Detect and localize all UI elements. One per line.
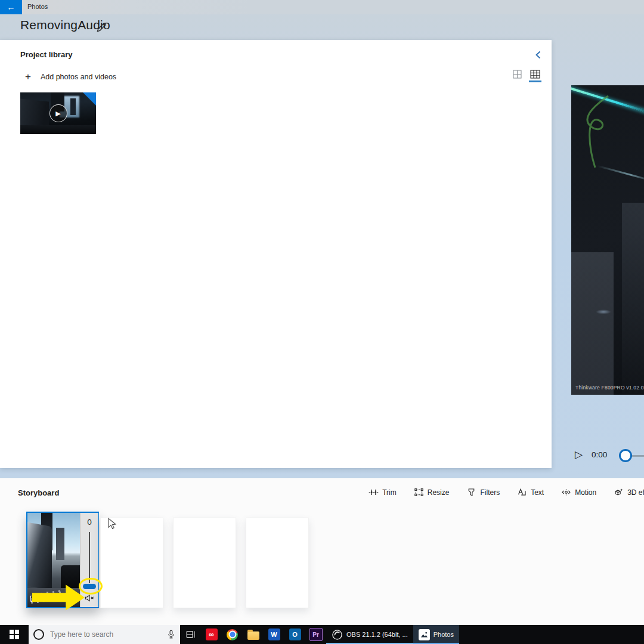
project-library-heading: Project library (20, 50, 72, 59)
trim-label: Trim (382, 488, 397, 497)
muted-speaker-button[interactable] (85, 594, 94, 602)
taskbar-search[interactable] (29, 625, 180, 644)
adobe-cc-icon: ∞ (206, 628, 218, 640)
folder-icon (247, 631, 259, 640)
word-icon: W (268, 628, 280, 640)
project-header: RemovingAudio (0, 14, 644, 40)
motion-button[interactable]: Motion (560, 486, 597, 499)
chevron-left-icon (533, 49, 547, 60)
preview-pillar (622, 203, 644, 395)
search-input[interactable] (49, 630, 162, 639)
word-button[interactable]: W (264, 625, 284, 644)
task-view-icon (185, 629, 196, 640)
preview-controls: ▷ 0:00 (571, 446, 644, 466)
threed-effects-button[interactable]: 3D eff (612, 486, 644, 499)
premiere-icon: Pr (309, 628, 323, 641)
obs-icon (332, 629, 343, 640)
preview-dashboard (571, 252, 614, 395)
volume-slider-track[interactable] (89, 532, 90, 583)
resize-label: Resize (428, 488, 450, 497)
storyboard-toolbar: Trim Resize (367, 486, 644, 499)
start-button[interactable] (0, 625, 29, 644)
microphone-icon[interactable] (167, 630, 175, 639)
titlebar: ← Photos (0, 0, 644, 14)
add-photos-videos-button[interactable]: + Add photos and videos (23, 70, 119, 84)
cortana-icon (33, 629, 44, 640)
large-grid-view-button[interactable] (529, 69, 541, 82)
collapse-library-button[interactable] (533, 48, 547, 62)
windows-taskbar: ∞ W O Pr OBS 21.1.2 (64bit, ... (0, 625, 644, 644)
threed-effects-icon (614, 487, 624, 497)
filters-icon (466, 487, 476, 497)
thumbnail-bus (27, 522, 51, 591)
annotation-ellipse (79, 578, 103, 595)
outlook-icon: O (289, 628, 301, 640)
preview-glint (596, 309, 611, 314)
outlook-button[interactable]: O (284, 625, 305, 644)
back-arrow-icon: ← (7, 2, 16, 12)
photos-label: Photos (434, 631, 454, 638)
speaker-mute-icon (85, 594, 94, 602)
windows-logo-icon (10, 630, 19, 639)
obs-label: OBS 21.1.2 (64bit, ... (346, 631, 408, 638)
text-button[interactable]: Text (516, 486, 545, 499)
chrome-button[interactable] (222, 625, 243, 644)
new-item-corner-fold (83, 92, 96, 106)
filters-label: Filters (480, 488, 500, 497)
resize-icon (414, 487, 424, 497)
adobe-cc-button[interactable]: ∞ (201, 625, 222, 644)
project-library-panel: Project library + Add photos and videos (0, 40, 552, 468)
threed-effects-label: 3D eff (627, 488, 644, 497)
trim-icon (369, 487, 379, 497)
add-photos-videos-label: Add photos and videos (41, 73, 116, 81)
back-button[interactable]: ← (0, 0, 22, 14)
photos-icon (419, 629, 430, 640)
preview-cable (571, 91, 644, 187)
motion-icon (561, 487, 571, 497)
file-explorer-button[interactable] (243, 625, 264, 644)
small-grid-view-button[interactable] (512, 69, 523, 80)
thumbnail-road (20, 125, 96, 134)
pencil-icon (95, 21, 111, 33)
task-view-button[interactable] (180, 625, 201, 644)
thumbnail-building (70, 98, 76, 115)
text-icon (517, 487, 527, 497)
seek-track[interactable] (631, 455, 644, 457)
resize-button[interactable]: Resize (413, 486, 451, 499)
motion-label: Motion (575, 488, 596, 497)
rename-project-button[interactable] (95, 20, 111, 35)
small-grid-icon (513, 70, 522, 79)
large-grid-icon (530, 70, 540, 79)
preview-video[interactable]: Thinkware F800PRO v1.02.02 (571, 85, 644, 395)
text-label: Text (531, 488, 544, 497)
chrome-icon (227, 629, 238, 640)
storyboard-placeholder[interactable] (246, 518, 309, 608)
play-icon: ▶ (49, 104, 67, 122)
playback-time: 0:00 (592, 450, 607, 459)
app-title: Photos (27, 3, 48, 10)
storyboard-section: Storyboard Trim (0, 478, 644, 625)
photos-taskbar-button[interactable]: Photos (413, 625, 459, 644)
play-button[interactable]: ▷ (575, 448, 583, 461)
obs-taskbar-button[interactable]: OBS 21.1.2 (64bit, ... (326, 625, 413, 644)
thumbnail-tower (56, 528, 64, 560)
mouse-cursor (107, 518, 117, 532)
library-video-thumbnail[interactable]: ▶ (20, 92, 96, 134)
storyboard-placeholder[interactable] (173, 518, 236, 608)
filters-button[interactable]: Filters (465, 486, 501, 499)
trim-button[interactable]: Trim (367, 486, 398, 499)
photos-app-window: ← Photos RemovingAudio Project library + (0, 0, 644, 644)
storyboard-heading: Storyboard (18, 488, 59, 497)
volume-value: 0 (80, 518, 98, 527)
thumbnail-car (61, 565, 80, 590)
library-view-toggles (512, 69, 541, 82)
premiere-button[interactable]: Pr (305, 625, 326, 644)
seek-handle[interactable] (619, 449, 632, 462)
dashcam-watermark: Thinkware F800PRO v1.02.02 (575, 385, 644, 391)
plus-icon: + (25, 72, 31, 82)
